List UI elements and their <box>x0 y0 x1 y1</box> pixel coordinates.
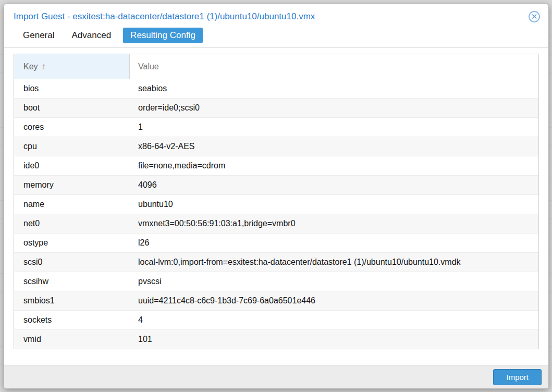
table-row[interactable]: smbios1 uuid=4211c4c8-c6c9-1b3d-7c69-6a0… <box>14 291 538 310</box>
import-button[interactable]: Import <box>493 369 542 385</box>
config-value-cell: seabios <box>130 79 538 98</box>
table-row[interactable]: vmid 101 <box>14 329 538 349</box>
config-table-body: bios seabios boot order=ide0;scsi0 cores… <box>14 79 538 349</box>
table-row[interactable]: boot order=ide0;scsi0 <box>14 98 538 117</box>
column-header-key[interactable]: Key ↑ <box>14 54 130 79</box>
config-key-cell: ide0 <box>14 156 130 175</box>
close-icon[interactable]: ✕ <box>529 11 540 22</box>
tab-bar: General Advanced Resulting Config <box>4 26 548 48</box>
dialog-titlebar: Import Guest - esxitest:ha-datacenter/da… <box>4 4 548 26</box>
config-table: Key ↑ Value bios seabios boot order=ide0… <box>14 54 539 349</box>
config-value-cell: 1 <box>130 118 538 137</box>
table-row[interactable]: scsi0 local-lvm:0,import-from=esxitest:h… <box>14 252 538 272</box>
config-key-cell: ostype <box>14 234 130 252</box>
config-key-cell: net0 <box>14 214 130 233</box>
config-key-cell: vmid <box>14 330 130 349</box>
config-key-cell: cpu <box>14 137 130 156</box>
config-key-cell: cores <box>14 118 130 137</box>
dialog-body: Key ↑ Value bios seabios boot order=ide0… <box>4 48 548 349</box>
tab-resulting-config[interactable]: Resulting Config <box>123 28 203 43</box>
table-row[interactable]: cpu x86-64-v2-AES <box>14 137 538 156</box>
config-value-cell: 4 <box>130 311 538 329</box>
column-header-value[interactable]: Value <box>130 54 538 79</box>
config-value-cell: vmxnet3=00:50:56:91:03:a1,bridge=vmbr0 <box>130 214 538 233</box>
table-row[interactable]: name ubuntu10 <box>14 194 538 214</box>
tab-advanced[interactable]: Advanced <box>66 28 116 43</box>
config-key-cell: name <box>14 195 130 214</box>
column-value-label: Value <box>138 62 159 71</box>
config-value-cell: order=ide0;scsi0 <box>130 99 538 117</box>
dialog-title: Import Guest - esxitest:ha-datacenter/da… <box>14 11 315 22</box>
config-key-cell: sockets <box>14 311 130 329</box>
table-row[interactable]: sockets 4 <box>14 310 538 329</box>
tab-general[interactable]: General <box>18 28 59 43</box>
sort-ascending-icon: ↑ <box>42 62 46 72</box>
table-row[interactable]: cores 1 <box>14 117 538 137</box>
config-value-cell: ubuntu10 <box>130 195 538 214</box>
table-row[interactable]: ostype l26 <box>14 233 538 252</box>
dialog-footer: Import <box>4 365 548 388</box>
table-row[interactable]: bios seabios <box>14 79 538 98</box>
import-guest-dialog: Import Guest - esxitest:ha-datacenter/da… <box>4 4 549 389</box>
config-value-cell: x86-64-v2-AES <box>130 137 538 156</box>
config-value-cell: 101 <box>130 330 538 349</box>
config-value-cell: 4096 <box>130 176 538 194</box>
config-value-cell: uuid=4211c4c8-c6c9-1b3d-7c69-6a0a6501e44… <box>130 291 538 310</box>
table-row[interactable]: scsihw pvscsi <box>14 272 538 291</box>
config-key-cell: boot <box>14 99 130 117</box>
table-row[interactable]: memory 4096 <box>14 175 538 194</box>
config-value-cell: l26 <box>130 234 538 252</box>
config-key-cell: scsihw <box>14 272 130 291</box>
config-key-cell: memory <box>14 176 130 194</box>
config-key-cell: bios <box>14 79 130 98</box>
table-row[interactable]: ide0 file=none,media=cdrom <box>14 156 538 175</box>
config-key-cell: smbios1 <box>14 291 130 310</box>
config-value-cell: pvscsi <box>130 272 538 291</box>
config-value-cell: file=none,media=cdrom <box>130 156 538 175</box>
config-value-cell: local-lvm:0,import-from=esxitest:ha-data… <box>130 253 538 272</box>
config-table-header: Key ↑ Value <box>14 54 538 79</box>
column-key-label: Key <box>23 62 38 71</box>
table-row[interactable]: net0 vmxnet3=00:50:56:91:03:a1,bridge=vm… <box>14 214 538 233</box>
config-key-cell: scsi0 <box>14 253 130 272</box>
